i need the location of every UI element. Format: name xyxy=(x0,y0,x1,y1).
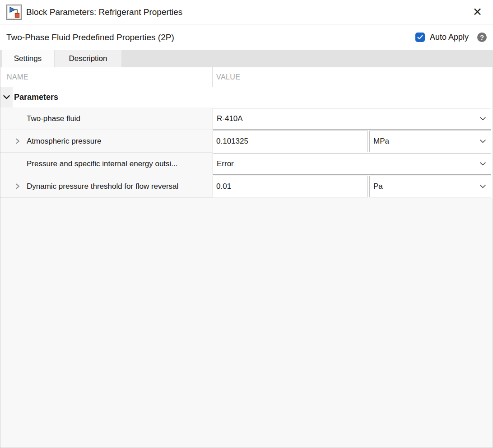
unit-selected-value: Pa xyxy=(370,182,383,191)
param-value-cell: Error xyxy=(213,153,493,175)
section-title: Parameters xyxy=(14,93,58,102)
dropdown-selected-value: Error xyxy=(213,159,234,168)
table-row: Atmospheric pressureMPa xyxy=(0,130,493,153)
check-icon xyxy=(417,35,423,40)
param-label: Two-phase fluid xyxy=(27,114,80,123)
param-value-dropdown[interactable]: Error xyxy=(213,153,491,175)
param-name-cell[interactable]: Dynamic pressure threshold for flow reve… xyxy=(0,175,213,198)
close-icon[interactable]: ✕ xyxy=(469,5,486,19)
param-value-input[interactable] xyxy=(213,131,367,152)
section-row-parameters[interactable]: Parameters xyxy=(0,87,493,107)
param-label: Atmospheric pressure xyxy=(27,137,101,146)
param-value-input[interactable] xyxy=(213,176,367,197)
table-row: Dynamic pressure threshold for flow reve… xyxy=(0,175,493,198)
param-value-cell: Pa xyxy=(213,175,493,198)
expand-icon[interactable] xyxy=(15,183,21,190)
table-empty-area xyxy=(0,198,493,448)
param-value-cell: R-410A xyxy=(213,107,493,130)
param-value-input-box xyxy=(213,176,368,197)
chevron-down-icon xyxy=(480,185,486,188)
auto-apply-checkbox[interactable] xyxy=(415,33,425,42)
param-value-cell: MPa xyxy=(213,130,493,153)
table-row: Two-phase fluidR-410A xyxy=(0,107,493,130)
dropdown-selected-value: R-410A xyxy=(213,114,243,123)
auto-apply-label: Auto Apply xyxy=(430,33,469,42)
param-name-cell[interactable]: Pressure and specific internal energy ou… xyxy=(0,153,213,175)
param-value-dropdown[interactable]: R-410A xyxy=(213,108,491,130)
parameter-table: NAME VALUE Parameters Two-phase fluidR-4… xyxy=(0,67,493,448)
tab-description[interactable]: Description xyxy=(55,50,121,67)
column-header-value: VALUE xyxy=(212,67,493,87)
simulink-block-icon xyxy=(6,5,22,20)
param-label: Dynamic pressure threshold for flow reve… xyxy=(27,182,178,191)
param-label: Pressure and specific internal energy ou… xyxy=(27,159,178,168)
param-unit-dropdown[interactable]: MPa xyxy=(369,131,491,152)
help-icon[interactable]: ? xyxy=(477,33,487,42)
expand-chevron-icon[interactable] xyxy=(15,183,20,189)
block-type-title: Two-Phase Fluid Predefined Properties (2… xyxy=(6,33,415,42)
param-name-cell[interactable]: Atmospheric pressure xyxy=(0,130,213,153)
block-header-bar: Two-Phase Fluid Predefined Properties (2… xyxy=(0,24,493,50)
param-value-input-box xyxy=(213,131,368,152)
expand-icon[interactable] xyxy=(15,138,21,145)
chevron-down-icon xyxy=(480,162,486,166)
chevron-down-icon xyxy=(480,117,486,121)
parameter-rows: Two-phase fluidR-410AAtmospheric pressur… xyxy=(0,107,493,198)
param-name-cell[interactable]: Two-phase fluid xyxy=(0,107,213,130)
tab-bar: Settings Description xyxy=(0,50,493,67)
chevron-down-icon xyxy=(480,140,486,143)
table-row: Pressure and specific internal energy ou… xyxy=(0,153,493,175)
unit-selected-value: MPa xyxy=(370,137,389,146)
dialog-title: Block Parameters: Refrigerant Properties xyxy=(26,7,469,17)
column-header-name: NAME xyxy=(0,67,212,87)
dialog-title-bar: Block Parameters: Refrigerant Properties… xyxy=(0,0,493,24)
collapse-chevron-icon[interactable] xyxy=(3,93,10,101)
expand-chevron-icon[interactable] xyxy=(15,138,20,144)
param-unit-dropdown[interactable]: Pa xyxy=(369,176,491,197)
tab-settings[interactable]: Settings xyxy=(2,50,54,67)
table-header: NAME VALUE xyxy=(0,67,493,87)
